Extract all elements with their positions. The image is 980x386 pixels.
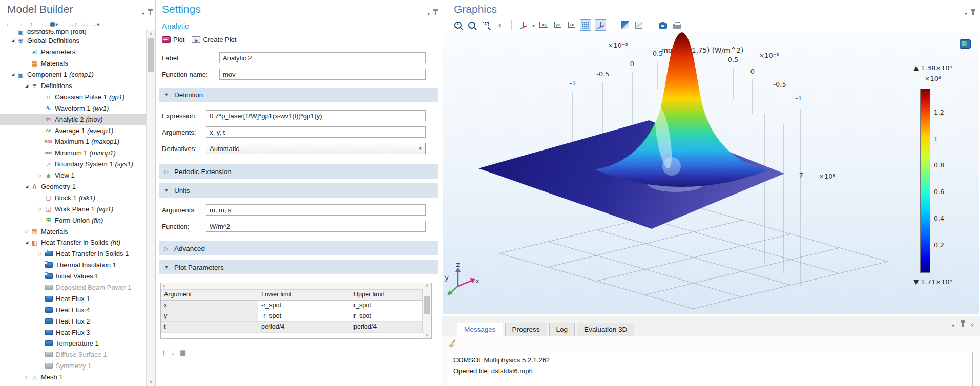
scene-light-icon[interactable] bbox=[620, 20, 630, 30]
tree-item-gaussian-pulse-1[interactable]: ∩Gaussian Pulse 1(gp1) bbox=[0, 91, 147, 102]
scroll-up-icon[interactable]: ∧ bbox=[147, 30, 155, 37]
units-arguments-field[interactable] bbox=[206, 204, 426, 216]
table-cell[interactable]: t bbox=[161, 322, 258, 332]
tree-item-mesh-1[interactable]: ▷△Mesh 1 bbox=[0, 372, 147, 383]
table-cell[interactable]: r_spot bbox=[350, 301, 423, 311]
expander-icon[interactable]: ◢ bbox=[23, 240, 30, 245]
row-move-up-icon[interactable]: ↑ bbox=[162, 348, 166, 357]
section-periodic-extension[interactable]: ▷ Periodic Extension bbox=[159, 164, 438, 179]
pin-icon[interactable] bbox=[150, 11, 151, 15]
tree-item-thermal-insulation-1[interactable]: Thermal Insulation 1 bbox=[0, 260, 147, 271]
tree-item-diffuse-surface-1[interactable]: Diffuse Surface 1 bbox=[0, 349, 147, 360]
scrollbar-thumb[interactable] bbox=[148, 38, 154, 72]
expander-icon[interactable]: ◢ bbox=[23, 184, 30, 189]
table-cell[interactable]: period/4 bbox=[258, 322, 350, 332]
function-name-field[interactable] bbox=[219, 69, 426, 80]
column-header-argument[interactable]: Argument bbox=[161, 290, 258, 300]
tree-item-dsfsfdsf6-mph-root[interactable]: ▣dsfsfdsf6.mph (root) bbox=[0, 30, 147, 35]
settings-subtitle[interactable]: Analytic bbox=[162, 22, 189, 30]
transparency-icon[interactable] bbox=[634, 20, 644, 30]
table-actions-icon[interactable]: ▤ bbox=[180, 349, 186, 356]
collapse-icon[interactable]: ▼ bbox=[159, 92, 174, 97]
show-icon[interactable]: ◉▾ bbox=[49, 20, 58, 28]
tree-item-geometry-1[interactable]: ◢ΛGeometry 1 bbox=[0, 181, 147, 192]
table-row-x[interactable]: x-r_spotr_spot bbox=[161, 301, 423, 311]
panel-menu-icon[interactable]: ▾ bbox=[965, 11, 967, 16]
scroll-up-icon[interactable]: ∧ bbox=[426, 283, 429, 288]
row-move-down-icon[interactable]: ↓ bbox=[171, 348, 175, 357]
create-plot-button[interactable]: Create Plot bbox=[192, 36, 236, 44]
plot-canvas[interactable]: mov(x,y,1.75) (W/m^2) ×10⁻³ 0.50-0.5-1 ×… bbox=[443, 32, 979, 314]
pin-icon[interactable] bbox=[962, 323, 964, 327]
column-header-lower-limit[interactable]: Lower limit bbox=[258, 290, 350, 300]
section-advanced[interactable]: ▷ Advanced bbox=[159, 241, 438, 255]
tree-item-work-plane-1[interactable]: ▷◱Work Plane 1(wp1) bbox=[0, 203, 147, 215]
tree-item-symmetry-1[interactable]: Symmetry 1 bbox=[0, 360, 147, 372]
plot-button[interactable]: Plot bbox=[162, 36, 184, 44]
table-row-y[interactable]: y-r_spotr_spot bbox=[161, 311, 423, 322]
scroll-down-icon[interactable]: ∨ bbox=[147, 379, 155, 386]
expander-icon[interactable]: ▷ bbox=[23, 375, 30, 380]
expand-all-icon[interactable]: ≡↓ bbox=[80, 20, 90, 28]
expression-field[interactable] bbox=[206, 110, 426, 121]
view-xy-icon[interactable]: xy bbox=[538, 20, 549, 30]
table-corner-icon[interactable]: » bbox=[161, 283, 423, 290]
view-menu-icon[interactable]: ▾ bbox=[532, 23, 535, 28]
table-cell[interactable]: period/4 bbox=[350, 322, 423, 332]
view-zx-icon[interactable]: zx bbox=[566, 20, 576, 30]
tab-progress[interactable]: Progress bbox=[505, 323, 547, 336]
zoom-box-icon[interactable]: + bbox=[481, 20, 491, 30]
tree-item-maximum-1[interactable]: MAXMaximum 1(maxop1) bbox=[0, 136, 147, 147]
move-up-icon[interactable]: ↑ bbox=[27, 20, 36, 28]
pin-icon[interactable] bbox=[972, 11, 974, 15]
tree-item-heat-flux-1[interactable]: Heat Flux 1 bbox=[0, 293, 147, 304]
panel-menu-icon[interactable]: ▾ bbox=[427, 11, 430, 16]
tree-item-heat-flux-4[interactable]: Heat Flux 4 bbox=[0, 304, 147, 315]
tree-item-deposited-beam-power-1[interactable]: Deposited Beam Power 1 bbox=[0, 282, 147, 293]
tree-item-materials[interactable]: ▷▦Materials bbox=[0, 226, 147, 237]
clear-messages-icon[interactable] bbox=[449, 339, 457, 348]
table-row-t[interactable]: tperiod/4period/4 bbox=[161, 322, 423, 333]
expander-icon[interactable]: ◢ bbox=[23, 83, 30, 88]
tree-item-form-union[interactable]: ⊞Form Union(fin) bbox=[0, 215, 147, 226]
table-cell[interactable]: x bbox=[161, 301, 258, 311]
plot-thumbnail-icon[interactable] bbox=[960, 39, 971, 49]
close-icon[interactable]: × bbox=[971, 323, 974, 328]
column-header-upper-limit[interactable]: Upper limit bbox=[350, 290, 423, 300]
back-icon[interactable]: ← bbox=[4, 20, 13, 28]
tree-item-initial-values-1[interactable]: Initial Values 1 bbox=[0, 271, 147, 282]
table-cell[interactable]: -r_spot bbox=[258, 311, 350, 321]
view-yz-icon[interactable]: yz bbox=[552, 20, 562, 30]
forward-icon[interactable]: → bbox=[15, 20, 25, 28]
move-down-icon[interactable]: ↓ bbox=[38, 20, 47, 28]
tree-item-heat-transfer-in-solids[interactable]: ◢◧Heat Transfer in Solids(ht) bbox=[0, 237, 147, 248]
units-function-field[interactable] bbox=[206, 221, 426, 232]
tree-item-analytic-2[interactable]: f(x)Analytic 2(mov) bbox=[0, 114, 147, 125]
table-cell[interactable]: y bbox=[161, 311, 258, 321]
node-text-menu-icon[interactable]: ≡▾ bbox=[92, 20, 101, 28]
tree-item-component-1[interactable]: ◢▣Component 1(comp1) bbox=[0, 69, 147, 80]
tab-messages[interactable]: Messages bbox=[457, 323, 503, 336]
tree-item-block-1[interactable]: ▢Block 1(blk1) bbox=[0, 192, 147, 203]
tree-item-boundary-system-1[interactable]: ⊿Boundary System 1(sys1) bbox=[0, 159, 147, 170]
panel-menu-icon[interactable]: ▾ bbox=[952, 323, 954, 328]
tree-item-minimum-1[interactable]: MINMinimum 1(minop1) bbox=[0, 147, 147, 159]
expander-icon[interactable]: ◢ bbox=[9, 38, 16, 43]
expand-icon[interactable]: ▷ bbox=[159, 246, 174, 251]
tree-item-materials[interactable]: ▦Materials bbox=[0, 58, 147, 69]
expander-icon[interactable]: ▷ bbox=[37, 206, 44, 211]
table-scrollbar[interactable]: ∧ ∨ bbox=[423, 283, 431, 338]
tab-evaluation-3d[interactable]: Evaluation 3D bbox=[577, 323, 634, 336]
axis-orientation-toggle-icon[interactable] bbox=[595, 19, 606, 31]
collapse-icon[interactable]: ▼ bbox=[159, 265, 174, 270]
snapshot-icon[interactable] bbox=[658, 20, 668, 30]
zoom-extents-icon[interactable] bbox=[494, 20, 505, 30]
tree-item-parameters[interactable]: PiParameters bbox=[0, 47, 147, 58]
collapse-all-icon[interactable]: ≡↑ bbox=[69, 20, 78, 28]
zoom-in-icon[interactable]: + bbox=[453, 20, 463, 30]
table-cell[interactable]: r_spot bbox=[350, 311, 423, 321]
expander-icon[interactable]: ▷ bbox=[37, 173, 44, 178]
zoom-out-icon[interactable]: − bbox=[467, 20, 477, 30]
expander-icon[interactable]: ▷ bbox=[37, 251, 44, 256]
tree-item-temperature-1[interactable]: Temperature 1 bbox=[0, 338, 147, 349]
